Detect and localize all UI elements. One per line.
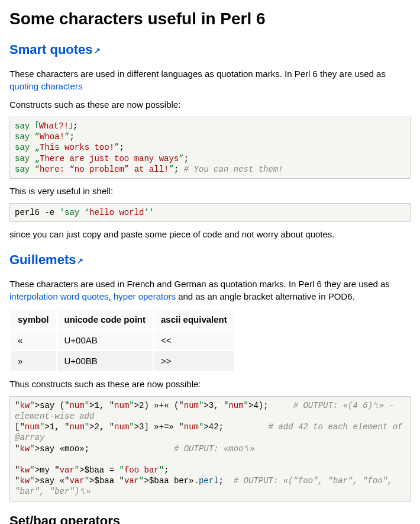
- paragraph: Thus constructs such as these are now po…: [9, 378, 411, 390]
- heading-setbag: Set/bag operators: [9, 512, 411, 524]
- text: These characters are used in different l…: [9, 69, 386, 79]
- table-row: «U+00AB<<: [11, 330, 234, 350]
- link-hyper-operators[interactable]: hyper operators: [114, 291, 176, 301]
- paragraph: since you can just copy and paste some p…: [9, 228, 411, 240]
- text: and as an angle bracket alternative in P…: [176, 291, 355, 301]
- link-smart-quotes-heading[interactable]: Smart quotes: [9, 42, 93, 57]
- paragraph: These characters are used in different l…: [9, 67, 411, 92]
- table-header-cell: unicode code point: [57, 310, 153, 329]
- table-header-row: symbolunicode code pointascii equivalent: [11, 310, 234, 329]
- code-block-smart-quotes-examples: say ｢What?!｣; say ”Whoa!”; say „This wor…: [9, 117, 411, 179]
- table-cell: U+00BB: [57, 351, 153, 371]
- paragraph: Constructs such as these are now possibl…: [9, 98, 411, 111]
- table-header-cell: symbol: [11, 310, 56, 329]
- table-cell: <<: [154, 330, 234, 350]
- heading-smart-quotes: Smart quotes↗: [9, 41, 411, 59]
- paragraph: These characters are used in French and …: [9, 278, 411, 303]
- code-block-shell-example: perl6 -e 'say ‘hello world’': [9, 203, 411, 222]
- external-link-icon: ↗: [94, 46, 101, 56]
- paragraph: This is very useful in shell:: [9, 185, 411, 197]
- heading-guillemets: Guillemets↗: [9, 251, 411, 269]
- external-link-icon: ↗: [77, 256, 83, 266]
- table-guillemets: symbolunicode code pointascii equivalent…: [9, 308, 235, 372]
- link-quoting-characters[interactable]: quoting characters: [9, 81, 82, 91]
- code-block-guillemets-examples: "kw">say ("num">1, "num">2) »+« ("num">3…: [9, 396, 411, 502]
- table-cell: >>: [154, 351, 234, 371]
- link-interpolation-word-quotes[interactable]: interpolation word quotes: [9, 291, 109, 301]
- table-header-cell: ascii equivalent: [154, 310, 234, 329]
- text: ,: [109, 291, 114, 301]
- table-cell: »: [11, 351, 56, 371]
- link-guillemets-heading[interactable]: Guillemets: [9, 252, 76, 267]
- table-row: »U+00BB>>: [11, 351, 234, 371]
- table-cell: «: [11, 330, 56, 350]
- table-cell: U+00AB: [57, 330, 153, 350]
- text: These characters are used in French and …: [9, 279, 390, 289]
- page-title: Some characters useful in Perl 6: [9, 7, 411, 30]
